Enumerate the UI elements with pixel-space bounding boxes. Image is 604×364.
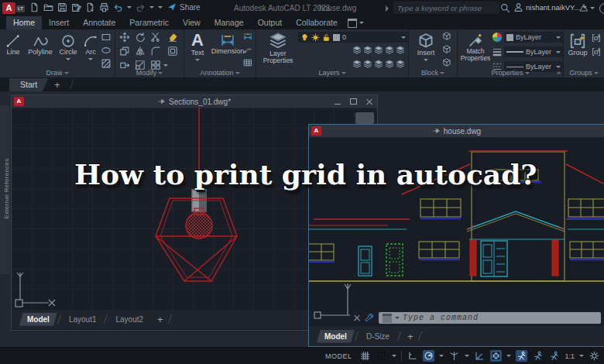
- polyline-tool[interactable]: Polyline: [26, 33, 55, 56]
- ribbon-tab-view[interactable]: View: [176, 16, 208, 29]
- edit-attributes-tool[interactable]: [442, 45, 451, 54]
- user-account-menu[interactable]: nishant.naikVY...: [513, 2, 587, 12]
- command-close-icon[interactable]: [354, 315, 360, 321]
- circle-tool[interactable]: Circle: [56, 33, 81, 63]
- save-icon[interactable]: [57, 2, 67, 12]
- layer-off-tool[interactable]: [352, 46, 362, 55]
- leader-tool[interactable]: [243, 45, 252, 54]
- osnap-caret-icon[interactable]: [506, 355, 511, 359]
- help-icon[interactable]: [599, 3, 604, 14]
- layer-freeze-tool[interactable]: [374, 46, 383, 55]
- create-block-tool[interactable]: [442, 32, 451, 41]
- ribbon-tab-output[interactable]: Output: [251, 16, 290, 29]
- search-scope-arrow-icon[interactable]: [386, 5, 392, 12]
- maximize-icon[interactable]: [350, 98, 357, 105]
- search-box[interactable]: Type a keyword or phrase: [393, 2, 499, 14]
- layer-isolate-tool[interactable]: [363, 46, 372, 55]
- mirror-tool[interactable]: [135, 46, 146, 57]
- arc-caret-icon[interactable]: [88, 58, 93, 63]
- object-snap-tracking-toggle[interactable]: [474, 350, 486, 362]
- navigation-bar-stub[interactable]: [355, 112, 374, 124]
- undo-caret-icon[interactable]: [127, 6, 132, 11]
- model-space-label[interactable]: MODEL: [325, 352, 352, 360]
- undo-icon[interactable]: [113, 2, 123, 12]
- plot-icon[interactable]: [99, 2, 109, 12]
- iso-caret-icon[interactable]: [465, 355, 469, 359]
- annotation-visibility-toggle[interactable]: [516, 350, 527, 362]
- ribbon-tab-collaborate[interactable]: Collaborate: [289, 16, 345, 29]
- rectangle-tool[interactable]: [101, 32, 112, 43]
- annotation-scale-icon[interactable]: [548, 350, 560, 362]
- properties-dialog-launcher[interactable]: »: [557, 69, 561, 77]
- layer-unisolate-tool[interactable]: [363, 60, 372, 69]
- polar-tracking-toggle[interactable]: [423, 350, 434, 362]
- ellipse-tool[interactable]: [101, 45, 112, 56]
- polar-caret-icon[interactable]: [439, 355, 444, 359]
- trim-tool[interactable]: [150, 32, 161, 43]
- layers-panel-label[interactable]: Layers: [256, 69, 408, 77]
- modify-panel-label[interactable]: Modify: [115, 69, 184, 77]
- grid-display-toggle[interactable]: [359, 350, 371, 362]
- layer-match-tool[interactable]: [396, 60, 405, 69]
- minimize-icon[interactable]: [335, 104, 341, 105]
- annotation-autoscale-toggle[interactable]: [532, 350, 544, 362]
- line-tool[interactable]: Line: [2, 33, 25, 56]
- move-tool[interactable]: [119, 32, 130, 43]
- block-editor-tool[interactable]: [442, 58, 451, 67]
- save-as-icon[interactable]: [71, 2, 81, 12]
- layer-states-tool[interactable]: [396, 46, 405, 55]
- object-snap-toggle[interactable]: [490, 350, 502, 362]
- layer-on-tool[interactable]: [352, 60, 362, 69]
- layer-thaw-tool[interactable]: [374, 60, 383, 69]
- new-drawing-tab-button[interactable]: +: [54, 79, 60, 91]
- share-button[interactable]: Share: [167, 2, 201, 12]
- sections-tab-model[interactable]: Model: [19, 313, 57, 326]
- house-tab-model[interactable]: Model: [317, 330, 355, 343]
- groups-panel-label[interactable]: Groups: [564, 69, 604, 77]
- fillet-tool[interactable]: [150, 46, 161, 57]
- group-button[interactable]: Group: [566, 33, 589, 57]
- sections-new-layout-button[interactable]: +: [157, 314, 163, 325]
- command-recent-icon[interactable]: [383, 314, 392, 323]
- ortho-mode-toggle[interactable]: [407, 350, 418, 362]
- new-file-icon[interactable]: [29, 2, 39, 12]
- layer-lock-tool[interactable]: [385, 46, 394, 55]
- properties-panel-label[interactable]: Properties: [458, 69, 563, 77]
- snap-caret-icon[interactable]: [392, 355, 396, 359]
- command-input-bar[interactable]: Type a command: [379, 312, 601, 324]
- command-customize-wrench-icon[interactable]: [365, 314, 374, 323]
- isometric-drafting-toggle[interactable]: [448, 350, 460, 362]
- annotation-panel-label[interactable]: Annotation: [184, 69, 256, 77]
- autodesk-app-menu[interactable]: [579, 3, 595, 12]
- snap-mode-toggle[interactable]: [376, 350, 387, 362]
- redo-icon[interactable]: [136, 2, 146, 12]
- erase-tool[interactable]: [167, 32, 178, 43]
- sections-tab-layout2[interactable]: Layout2: [108, 313, 151, 326]
- search-icon[interactable]: [500, 3, 510, 13]
- export-icon[interactable]: [85, 2, 95, 12]
- layer-dropdown[interactable]: 0: [298, 32, 408, 43]
- command-recent-caret-icon[interactable]: [395, 317, 400, 321]
- sections-tab-layout1[interactable]: Layout1: [61, 313, 105, 326]
- sections-window-titlebar[interactable]: A Sections_01.dwg*: [12, 95, 377, 108]
- circle-caret-icon[interactable]: [66, 58, 70, 63]
- linear-dimension-tool[interactable]: [243, 32, 252, 41]
- ribbon-tab-insert[interactable]: Insert: [42, 16, 76, 29]
- text-tool[interactable]: A Text: [187, 31, 208, 64]
- dimension-tool[interactable]: Dimension: [210, 33, 245, 55]
- ribbon-display-toggle[interactable]: [348, 16, 364, 29]
- offset-tool[interactable]: [167, 46, 178, 57]
- autocad-logo-icon[interactable]: A: [2, 2, 15, 14]
- draw-panel-label[interactable]: Draw: [0, 69, 115, 77]
- object-color-dropdown[interactable]: ByLayer: [504, 32, 563, 43]
- table-tool[interactable]: [243, 58, 252, 67]
- start-tab[interactable]: Start: [9, 78, 48, 91]
- ribbon-tab-parametric[interactable]: Parametric: [122, 16, 176, 29]
- ribbon-tab-annotate[interactable]: Annotate: [76, 16, 122, 29]
- customization-gear-icon[interactable]: [589, 350, 600, 362]
- scale-caret-icon[interactable]: [579, 355, 584, 359]
- house-window-titlebar[interactable]: A house.dwg: [309, 125, 604, 137]
- copy-tool[interactable]: [119, 46, 130, 57]
- ribbon-tab-manage[interactable]: Manage: [208, 16, 251, 29]
- hatch-tool[interactable]: [101, 58, 112, 69]
